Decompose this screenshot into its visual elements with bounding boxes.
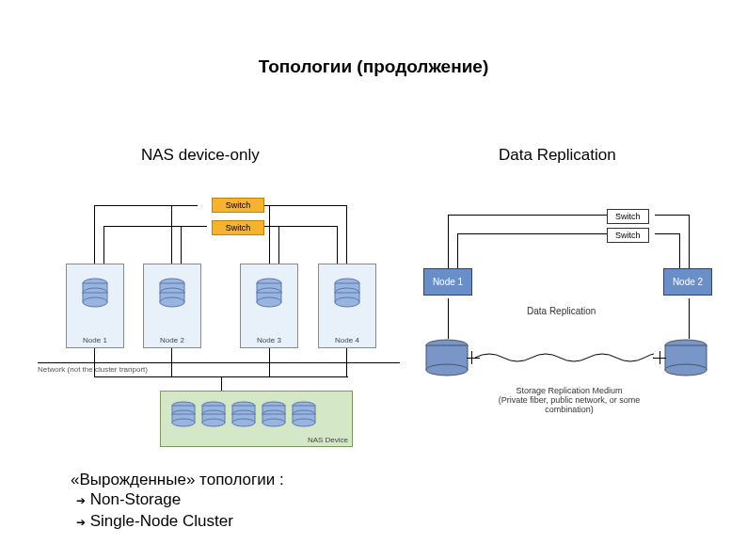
medium-label: Storage Replication Medium(Private fiber…	[475, 386, 663, 414]
svg-point-4	[83, 297, 107, 307]
disk-icon	[423, 339, 470, 382]
node-label: Node 3	[241, 336, 297, 344]
node-label: Node 4	[319, 336, 375, 344]
data-replication-label: Data Replication	[527, 306, 596, 316]
subtitle-left: NAS device-only	[141, 146, 260, 165]
svg-point-14	[257, 297, 281, 307]
nas-topology-diagram: Switch Switch Node 1 Node 2 Node 3 Node …	[66, 198, 395, 456]
disk-icon	[200, 401, 227, 433]
node-4: Node 4	[318, 264, 376, 348]
svg-point-19	[335, 297, 359, 307]
disk-icon	[662, 339, 709, 382]
wave-line-icon	[475, 353, 654, 362]
svg-point-50	[665, 364, 707, 376]
node-1: Node 1	[423, 268, 472, 296]
node-2: Node 2	[143, 264, 201, 348]
disk-icon	[333, 278, 361, 308]
svg-point-29	[202, 419, 225, 426]
disk-icon	[255, 278, 283, 308]
subtitle-right: Data Replication	[499, 146, 616, 165]
list-item: ➔ Non-Storage	[76, 489, 284, 511]
degenerate-heading: «Вырожденные» топологии :	[71, 471, 284, 489]
node-1: Node 1	[66, 264, 124, 348]
page-title: Топологии (продолжение)	[0, 56, 747, 77]
svg-point-47	[426, 364, 468, 376]
svg-point-44	[293, 419, 315, 426]
degenerate-topologies: «Вырожденные» топологии : ➔ Non-Storage …	[71, 471, 284, 533]
disk-icon	[230, 401, 257, 433]
nas-device-box: NAS Device	[160, 391, 353, 447]
disk-icon	[261, 401, 287, 433]
disk-icon	[291, 401, 317, 433]
arrow-icon: ➔	[76, 515, 86, 530]
svg-point-24	[172, 419, 195, 426]
switch-box: Switch	[607, 228, 649, 243]
disk-icon	[81, 278, 109, 308]
switch-box: Switch	[212, 220, 264, 235]
nas-label: NAS Device	[308, 436, 348, 444]
node-3: Node 3	[240, 264, 298, 348]
svg-point-39	[262, 419, 285, 426]
node-2: Node 2	[663, 268, 712, 296]
node-label: Node 1	[67, 336, 123, 344]
node-label: Node 2	[144, 336, 200, 344]
arrow-icon: ➔	[76, 493, 86, 508]
list-item: ➔ Single-Node Cluster	[76, 511, 284, 533]
switch-box: Switch	[212, 198, 264, 213]
network-label: Network (not the cluster tranport)	[38, 365, 148, 374]
disk-icon	[170, 401, 197, 433]
network-line	[38, 362, 400, 363]
disk-icon	[158, 278, 186, 308]
svg-point-34	[232, 419, 255, 426]
switch-box: Switch	[607, 209, 649, 224]
data-replication-diagram: Switch Switch Node 1 Node 2 Data Replica…	[423, 198, 715, 414]
svg-point-9	[160, 297, 184, 307]
